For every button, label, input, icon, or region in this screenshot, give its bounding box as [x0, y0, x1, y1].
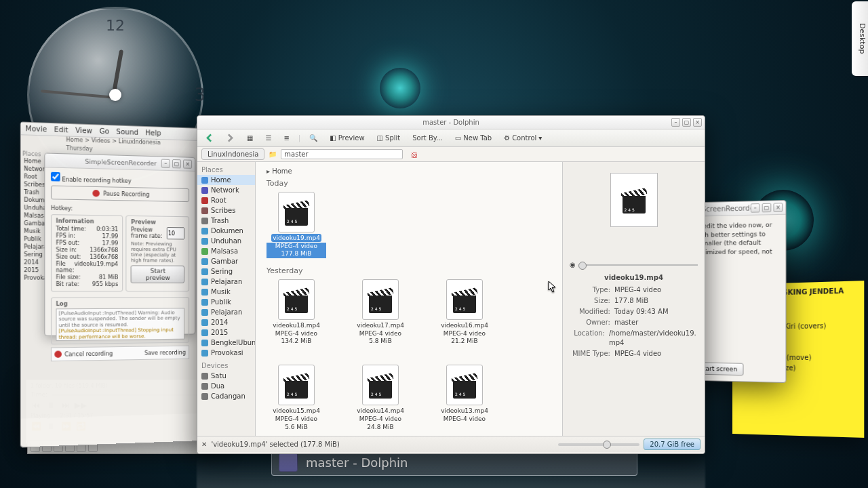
location-input[interactable]: master: [281, 149, 403, 159]
places-header: Places: [197, 165, 255, 175]
cancel-recording-button[interactable]: Cancel recording: [64, 350, 142, 357]
clock-minute-hand: [41, 89, 115, 99]
v: videoku19.mp4: [74, 261, 118, 274]
done-min[interactable]: –: [751, 203, 760, 213]
v: 1366x768: [90, 247, 118, 253]
log-header: Log: [56, 300, 184, 307]
dolphin-close[interactable]: ×: [693, 118, 702, 127]
folder-icon: 📁: [269, 150, 277, 158]
places-item[interactable]: Publik: [197, 297, 255, 307]
v: 17.99: [102, 240, 119, 246]
places-item[interactable]: 2014: [197, 317, 255, 327]
k: FPS in:: [56, 232, 75, 239]
places-item[interactable]: Unduhan: [197, 236, 255, 246]
control-label: Control: [512, 134, 536, 142]
done-max[interactable]: ▢: [762, 203, 772, 213]
split-button[interactable]: ◫ Split: [374, 133, 404, 143]
places-item[interactable]: Sering: [197, 266, 255, 277]
tab-linuxindonesia[interactable]: LinuxIndonesia: [201, 148, 264, 160]
v: 17.99: [102, 233, 119, 239]
folder-icon: [201, 218, 208, 224]
save-recording-button[interactable]: Save recording: [144, 349, 186, 356]
file-item[interactable]: videoku19.mp4MPEG-4 video177.8 MiB: [267, 192, 326, 258]
folder-icon: [201, 299, 208, 306]
menu-movie[interactable]: Movie: [25, 125, 47, 134]
preview-button[interactable]: ◧ Preview: [326, 133, 368, 143]
menu-help[interactable]: Help: [145, 129, 161, 137]
clock-center: [109, 89, 121, 101]
menu-edit[interactable]: Edit: [54, 125, 68, 134]
places-item[interactable]: 2015: [197, 327, 255, 338]
dialog-max[interactable]: ▢: [172, 159, 181, 168]
compact-view-button[interactable]: ≣: [280, 133, 292, 143]
find-button[interactable]: 🔍: [306, 133, 321, 143]
k: Size out:: [56, 253, 81, 260]
file-item[interactable]: videoku16.mp4MPEG-4 video21.2 MiB: [435, 279, 494, 346]
pause-recording-button[interactable]: Pause Recording: [51, 185, 189, 202]
details-view-button[interactable]: ☰: [262, 133, 275, 143]
zoom-slider[interactable]: [558, 443, 639, 446]
newtab-button[interactable]: ▭ New Tab: [452, 133, 495, 143]
menu-go[interactable]: Go: [100, 127, 109, 136]
dialog-close[interactable]: ×: [183, 159, 192, 168]
places-item[interactable]: Root: [197, 195, 255, 205]
v: 81 MiB: [99, 274, 118, 281]
places-item[interactable]: Provokasi: [197, 348, 255, 358]
places-item[interactable]: Trash: [197, 216, 255, 226]
video-thumb-icon: [278, 365, 315, 405]
info-thumbnail: [610, 173, 658, 227]
icons-view-button[interactable]: ▦: [243, 133, 256, 143]
sortby-button[interactable]: Sort By...: [409, 133, 446, 143]
device-item[interactable]: Cadangan: [197, 391, 255, 401]
places-item[interactable]: Pelajaran: [197, 277, 255, 287]
done-close[interactable]: ×: [773, 203, 783, 212]
dolphin-min[interactable]: –: [671, 118, 680, 127]
device-item[interactable]: Dua: [197, 381, 255, 391]
switcher-label: master - Dolphin: [306, 455, 408, 470]
places-item[interactable]: Scribes: [197, 205, 255, 216]
device-item[interactable]: Satu: [197, 371, 255, 381]
file-name: videoku19.mp4: [271, 234, 321, 242]
menu-sound[interactable]: Sound: [116, 128, 138, 136]
dialog-min[interactable]: –: [161, 159, 170, 169]
file-item[interactable]: videoku18.mp4MPEG-4 video134.2 MiB: [267, 279, 326, 346]
file-item[interactable]: videoku17.mp4MPEG-4 video5.8 MiB: [351, 279, 410, 346]
log-area[interactable]: [PulseAudioInput::InputThread] Warning: …: [56, 308, 184, 341]
places-item[interactable]: BengkelUbuntu: [197, 338, 255, 348]
enable-hotkey-checkbox[interactable]: [51, 172, 60, 182]
places-item[interactable]: Network: [197, 185, 255, 195]
v: /home/master/videoku19.mp4: [609, 329, 698, 348]
control-button[interactable]: ⚙ Control ▾: [500, 133, 545, 143]
desktop-side-tab[interactable]: Desktop: [852, 1, 868, 76]
dolphin-title: master - Dolphin: [422, 119, 479, 126]
file-view[interactable]: ▸ Home Today videoku19.mp4MPEG-4 video17…: [256, 162, 562, 436]
places-item[interactable]: Pelajaran: [197, 307, 255, 317]
places-item[interactable]: Home: [197, 175, 255, 185]
stop-icon[interactable]: ✕: [201, 441, 207, 448]
v: master: [614, 318, 638, 327]
start-preview-button[interactable]: Start preview: [131, 265, 184, 283]
preview-label: Preview: [338, 134, 365, 142]
file-size: 5.8 MiB: [351, 338, 410, 346]
file-item[interactable]: videoku14.mp4MPEG-4 video24.8 MiB: [351, 365, 410, 431]
breadcrumb-home[interactable]: Home: [272, 167, 292, 175]
clock-num-12: 12: [106, 17, 125, 34]
file-item[interactable]: videoku13.mp4MPEG-4 video: [435, 365, 494, 431]
dolphin-max[interactable]: ▢: [682, 118, 691, 127]
places-item[interactable]: Musik: [197, 287, 255, 297]
status-selection: 'videoku19.mp4' selected (177.8 MiB): [211, 441, 339, 448]
preview-rate-input[interactable]: [167, 227, 184, 239]
dolphin-titlebar[interactable]: master - Dolphin –▢×: [197, 116, 705, 129]
preview-slider[interactable]: ◉: [570, 261, 698, 268]
places-item[interactable]: Gambar: [197, 256, 255, 266]
file-name: videoku17.mp4: [355, 321, 406, 329]
places-item[interactable]: Dokumen: [197, 226, 255, 236]
places-item[interactable]: Malsasa: [197, 246, 255, 256]
close-tab-icon[interactable]: ⦻: [410, 149, 419, 160]
free-space-badge: 20.7 GiB free: [644, 439, 701, 450]
nav-back-button[interactable]: [201, 132, 217, 144]
file-item[interactable]: videoku15.mp4MPEG-4 video5.6 MiB: [267, 365, 326, 431]
k: Preview frame rate:: [131, 226, 167, 239]
menu-view[interactable]: View: [75, 126, 92, 134]
nav-forward-button[interactable]: [222, 132, 238, 144]
